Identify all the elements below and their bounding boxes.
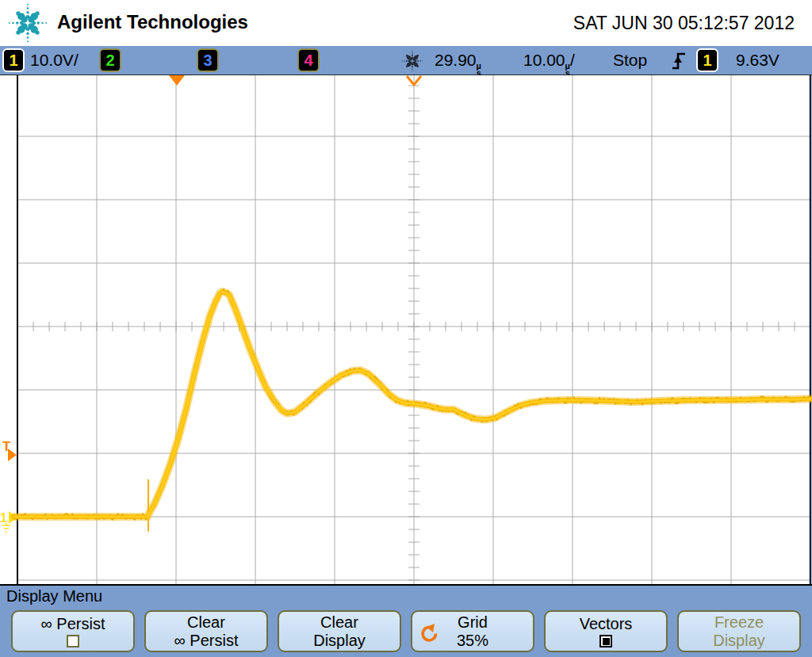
channel-1-label: 1 [9,52,17,70]
vectors-checkbox-icon [599,635,612,647]
waveform-plot: T1 [0,75,812,584]
clear-persist-label-1: Clear [187,613,225,632]
clear-persist-button[interactable]: Clear ∞ Persist [144,610,268,652]
infinite-persist-label: ∞ Persist [41,615,105,633]
softkey-row: ∞ Persist Clear ∞ Persist Clear Display … [0,606,812,657]
vectors-label: Vectors [580,615,633,633]
channel-4-label: 4 [304,52,312,70]
clear-persist-label-2: ∞ Persist [174,632,239,650]
channel-4-button[interactable]: 4 [297,48,320,72]
agilent-spark-icon [400,49,425,73]
trigger-source-label: 1 [703,52,711,70]
infinite-persist-button[interactable]: ∞ Persist [11,610,135,652]
status-bar: 1 10.0V/ 2 3 4 29.90µs 10.00µs/ Stop 1 9… [0,46,812,75]
channel-1-scale: 10.0V/ [30,49,79,71]
vectors-button[interactable]: Vectors [544,610,668,652]
trigger-edge-icon [670,50,688,72]
clear-display-label-1: Clear [320,613,358,632]
rotate-knob-icon [418,623,439,644]
channel-3-label: 3 [203,52,212,70]
channel-2-label: 2 [105,52,114,70]
trigger-level-readout: 9.63V [736,49,779,71]
grid-intensity-button[interactable]: Grid 35% [411,610,534,652]
agilent-logo-icon [8,2,48,44]
channel-2-button[interactable]: 2 [99,48,121,72]
persist-checkbox-icon [67,635,79,647]
freeze-display-button[interactable]: Freeze Display [677,610,801,652]
freeze-display-label-1: Freeze [714,613,764,632]
menu-title: Display Menu [0,584,812,606]
timebase-readout: 10.00µs/ [523,49,575,71]
delay-readout: 29.90µs [435,49,481,71]
datetime-display: SAT JUN 30 05:12:57 2012 [573,13,795,34]
clear-display-label-2: Display [313,632,366,650]
channel-1-button[interactable]: 1 [2,48,25,72]
channel-3-button[interactable]: 3 [197,48,219,72]
svg-text:1: 1 [0,511,7,525]
grid-percent-value: 35% [457,632,488,650]
clear-display-button[interactable]: Clear Display [278,610,401,652]
trigger-source-button[interactable]: 1 [696,48,718,72]
freeze-display-label-2: Display [713,632,765,650]
brand-title: Agilent Technologies [57,11,248,33]
grid-label: Grid [458,613,488,632]
oscilloscope-screen: Agilent Technologies SAT JUN 30 05:12:57… [0,0,812,657]
header: Agilent Technologies SAT JUN 30 05:12:57… [0,0,812,46]
acquisition-state: Stop [613,49,647,71]
waveform-display: T1 [0,75,812,584]
